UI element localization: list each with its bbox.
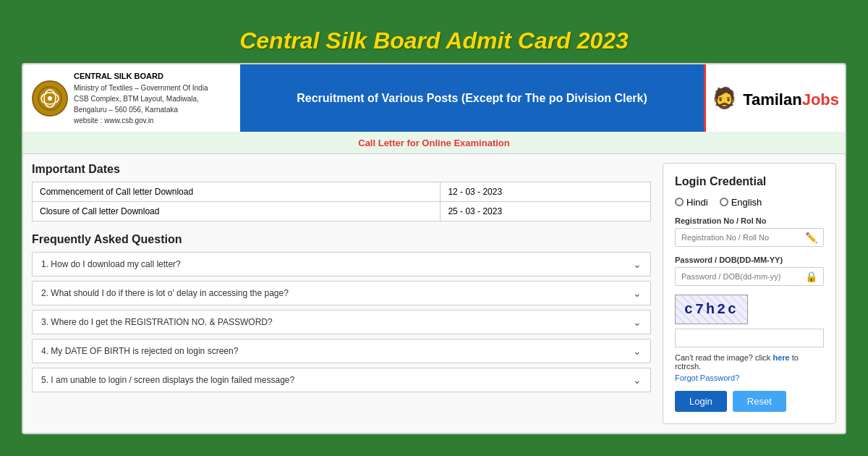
call-letter-banner: Call Letter for Online Examination xyxy=(23,132,845,154)
button-row: Login Reset xyxy=(675,391,824,412)
org-address1: CSB Complex, BTM Layout, Madiwala, xyxy=(74,93,208,104)
svg-point-3 xyxy=(48,96,52,101)
reset-button[interactable]: Reset xyxy=(733,391,786,412)
reg-no-input[interactable] xyxy=(676,229,799,246)
call-letter-text: Call Letter for Online Examination xyxy=(358,138,509,148)
forgot-password-link[interactable]: Forgot Password? xyxy=(675,373,824,382)
org-website: website : www.csb.gov.in xyxy=(74,115,208,126)
header: CENTRAL SILK BOARD Ministry of Textiles … xyxy=(23,64,845,132)
chevron-down-icon: ⌄ xyxy=(633,258,642,270)
refresh-prefix: Can't read the image? click xyxy=(675,353,770,362)
jobs-text: Jobs xyxy=(802,90,839,109)
header-center: Recruitment of Various Posts (Except for… xyxy=(240,64,704,132)
faq-text-2: 2. What should I do if there is lot o' d… xyxy=(41,288,289,298)
captcha-refresh-text: Can't read the image? click here to rctr… xyxy=(675,353,824,371)
org-title: CENTRAL SILK BOARD xyxy=(74,70,208,83)
radio-hindi[interactable] xyxy=(675,198,684,206)
csb-logo xyxy=(32,80,68,117)
faq-item-3[interactable]: 3. Where do I get the REGISTRATION NO. &… xyxy=(32,310,651,334)
faq-item-4[interactable]: 4. My DATE OF BIRTH is rejected on login… xyxy=(32,339,651,363)
content-area: Important Dates Commencement of Call let… xyxy=(23,154,845,433)
lock-icon: 🔒 xyxy=(799,271,823,282)
reg-no-label: Registration No / Rol No xyxy=(675,216,824,225)
reg-no-input-row: ✏️ xyxy=(675,228,824,247)
faq-text-1: 1. How do I download my call letter? xyxy=(41,259,181,269)
faq-text-5: 5. I am unable to login / screen display… xyxy=(41,375,294,385)
date-value-2: 25 - 03 - 2023 xyxy=(441,201,651,221)
chevron-down-icon: ⌄ xyxy=(633,374,642,386)
org-address2: Bengaluru – 560 056, Karnataka xyxy=(74,104,208,115)
refresh-link[interactable]: here xyxy=(773,353,789,362)
chevron-down-icon: ⌄ xyxy=(633,345,642,357)
dates-table: Commencement of Call letter Download 12 … xyxy=(32,182,651,221)
faq-title: Frequently Asked Question xyxy=(32,233,651,246)
page-title: Central Silk Board Admit Card 2023 xyxy=(22,22,846,63)
left-panel: Important Dates Commencement of Call let… xyxy=(32,163,663,424)
main-card: CENTRAL SILK BOARD Ministry of Textiles … xyxy=(22,63,846,434)
date-label-2: Closure of Call letter Download xyxy=(33,201,441,221)
important-dates-title: Important Dates xyxy=(32,163,651,176)
org-subtitle: Ministry of Textiles – Government Of Ind… xyxy=(74,83,208,93)
captcha-input[interactable] xyxy=(675,329,824,347)
password-label: Password / DOB(DD-MM-YY) xyxy=(675,256,824,264)
login-panel: Login Credential Hindi English Registrat… xyxy=(663,163,836,424)
password-input-row: 🔒 xyxy=(675,267,824,286)
faq-item-5[interactable]: 5. I am unable to login / screen display… xyxy=(32,368,651,392)
english-option[interactable]: English xyxy=(720,197,762,208)
tamilan-jobs-logo: 🧔 TamilanJobs xyxy=(712,86,839,110)
header-center-text: Recruitment of Various Posts (Except for… xyxy=(297,92,647,105)
english-label: English xyxy=(731,197,762,208)
header-left: CENTRAL SILK BOARD Ministry of Textiles … xyxy=(23,64,240,132)
faq-text-4: 4. My DATE OF BIRTH is rejected on login… xyxy=(41,346,238,356)
login-button[interactable]: Login xyxy=(675,391,727,412)
faq-text-3: 3. Where do I get the REGISTRATION NO. &… xyxy=(41,317,273,327)
password-input[interactable] xyxy=(676,268,799,285)
org-info: CENTRAL SILK BOARD Ministry of Textiles … xyxy=(74,70,208,126)
language-options: Hindi English xyxy=(675,197,824,208)
header-right: 🧔 TamilanJobs xyxy=(704,64,845,132)
edit-icon: ✏️ xyxy=(799,232,823,243)
tamilan-text: Tamilan xyxy=(743,90,802,109)
faq-item-1[interactable]: 1. How do I download my call letter? ⌄ xyxy=(32,252,651,276)
hindi-label: Hindi xyxy=(686,197,708,208)
table-row: Commencement of Call letter Download 12 … xyxy=(33,182,651,201)
radio-english[interactable] xyxy=(720,198,728,206)
chevron-down-icon: ⌄ xyxy=(633,287,642,299)
chevron-down-icon: ⌄ xyxy=(633,316,642,328)
table-row: Closure of Call letter Download 25 - 03 … xyxy=(33,201,651,221)
date-label-1: Commencement of Call letter Download xyxy=(33,182,441,201)
date-value-1: 12 - 03 - 2023 xyxy=(441,182,651,201)
login-title: Login Credential xyxy=(675,175,824,188)
faq-item-2[interactable]: 2. What should I do if there is lot o' d… xyxy=(32,281,651,305)
hindi-option[interactable]: Hindi xyxy=(675,197,708,208)
captcha-image: c7h2c xyxy=(675,295,748,324)
